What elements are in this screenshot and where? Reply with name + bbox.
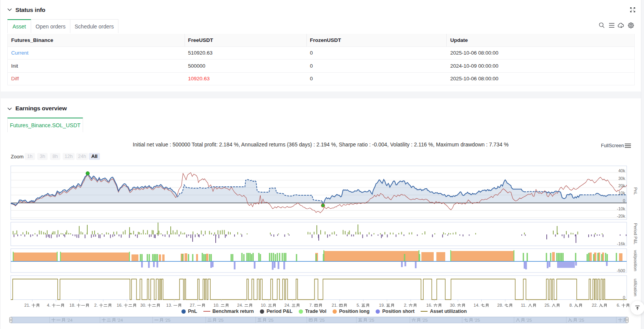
svg-text:-10k: -10k [617, 206, 626, 211]
svg-text:'25: '25 [422, 318, 428, 322]
svg-text:PnL: PnL [633, 187, 638, 195]
svg-text:24.: 24. [285, 303, 290, 307]
svg-text:'24: '24 [67, 318, 73, 322]
svg-text:6.: 6. [617, 303, 620, 307]
svg-text:16.: 16. [426, 303, 432, 307]
svg-text:5.: 5. [356, 303, 360, 307]
svg-text:-20k: -20k [617, 214, 626, 218]
svg-text:'25: '25 [218, 318, 223, 322]
svg-text:'25: '25 [165, 318, 170, 322]
svg-text:vol/position: vol/position [633, 250, 638, 271]
svg-text:'25: '25 [474, 318, 480, 322]
svg-text:'25: '25 [368, 318, 374, 322]
svg-text:10.: 10. [213, 303, 219, 307]
svg-text:13.: 13. [166, 303, 172, 307]
svg-text:Period P&L: Period P&L [633, 223, 638, 244]
svg-text:4.: 4. [47, 303, 50, 307]
svg-text:27.: 27. [190, 303, 196, 307]
svg-text:19.: 19. [379, 303, 385, 307]
svg-text:21.: 21. [24, 303, 30, 307]
svg-text:25.: 25. [544, 303, 550, 307]
svg-text:40k: 40k [618, 168, 625, 173]
svg-text:30.: 30. [140, 303, 146, 307]
svg-text:18.: 18. [70, 303, 75, 307]
svg-text:10.: 10. [261, 303, 266, 307]
svg-text:20k: 20k [618, 183, 625, 188]
svg-text:2.: 2. [404, 303, 407, 307]
svg-text:0: 0 [623, 198, 625, 203]
svg-text:30k: 30k [618, 176, 625, 181]
svg-text:'25: '25 [578, 318, 584, 322]
svg-text:28.: 28. [497, 303, 503, 307]
svg-text:30.: 30. [450, 303, 456, 307]
svg-text:-500: -500 [617, 268, 625, 273]
svg-text:14.: 14. [474, 303, 479, 307]
svg-text:11.: 11. [521, 303, 526, 307]
svg-text:24.: 24. [237, 303, 243, 307]
svg-text:'24: '24 [117, 318, 123, 322]
svg-text:-16k: -16k [617, 241, 626, 246]
svg-text:10k: 10k [618, 191, 625, 195]
svg-text:'25: '25 [319, 318, 324, 322]
svg-text:16.: 16. [117, 303, 123, 307]
svg-text:8.: 8. [569, 303, 573, 307]
svg-text:'25: '25 [526, 318, 532, 322]
svg-text:2.: 2. [94, 303, 98, 307]
svg-text:22.: 22. [592, 303, 597, 307]
svg-text:21.: 21. [332, 303, 338, 307]
svg-text:'25: '25 [268, 318, 273, 322]
svg-text:7.: 7. [309, 303, 313, 307]
